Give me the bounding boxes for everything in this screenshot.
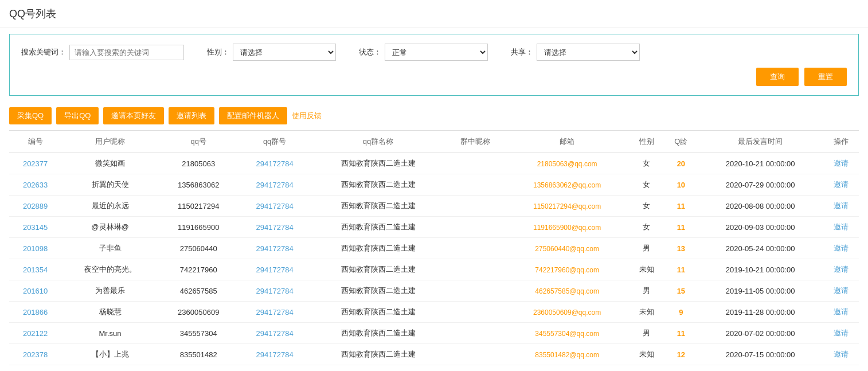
email-link[interactable]: 1356863062@qq.com xyxy=(533,181,601,189)
keyword-input[interactable] xyxy=(69,45,184,60)
id-link[interactable]: 202122 xyxy=(23,329,48,338)
cell-last-time: 2020-08-08 00:00:00 xyxy=(698,196,823,217)
cell-id: 201610 xyxy=(9,280,61,302)
action-invite-link[interactable]: 邀请 xyxy=(834,286,849,295)
cell-gender: 未知 xyxy=(628,259,664,280)
table-row: 201866 杨晓慧 2360050609 294172784 西知教育陕西二造… xyxy=(9,302,859,323)
cell-last-time: 2019-10-21 00:00:00 xyxy=(698,259,823,280)
invite-friends-button[interactable]: 邀请本页好友 xyxy=(103,107,164,124)
cell-action: 邀请 xyxy=(823,344,859,365)
table-row: 202122 Mr.sun 345557304 294172784 西知教育陕西… xyxy=(9,323,859,344)
cell-email: 275060440@qq.com xyxy=(506,238,629,259)
email-link[interactable]: 345557304@qq.com xyxy=(535,330,599,338)
cell-nickname: Mr.sun xyxy=(61,323,159,344)
table-row: 203145 @灵林琳@ 1191665900 294172784 西知教育陕西… xyxy=(9,217,859,238)
id-link[interactable]: 202377 xyxy=(23,159,48,168)
page-title: QQ号列表 xyxy=(0,0,868,28)
collect-qq-button[interactable]: 采集QQ xyxy=(9,107,52,124)
share-label: 共享： xyxy=(511,47,533,57)
share-select[interactable]: 请选择 是 否 xyxy=(537,44,640,61)
cell-qlevel: 13 xyxy=(664,238,698,259)
cell-qlevel: 20 xyxy=(664,153,698,174)
id-link[interactable]: 202633 xyxy=(23,181,48,189)
cell-gender: 未知 xyxy=(628,302,664,323)
cell-action: 邀请 xyxy=(823,153,859,174)
cell-action: 邀请 xyxy=(823,174,859,196)
table-row: 202378 【小】上兆 835501482 294172784 西知教育陕西二… xyxy=(9,344,859,365)
action-invite-link[interactable]: 邀请 xyxy=(834,350,849,358)
action-invite-link[interactable]: 邀请 xyxy=(834,329,849,337)
id-link[interactable]: 201354 xyxy=(23,265,48,274)
email-link[interactable]: 462657585@qq.com xyxy=(535,287,599,295)
email-link[interactable]: 1191665900@qq.com xyxy=(533,224,601,232)
cell-last-time: 2020-09-03 00:00:00 xyxy=(698,217,823,238)
action-invite-link[interactable]: 邀请 xyxy=(834,222,849,231)
col-header-action: 操作 xyxy=(823,131,859,153)
col-header-last-time: 最后发言时间 xyxy=(698,131,823,153)
cell-last-time: 2019-11-05 00:00:00 xyxy=(698,280,823,302)
cell-group-name: 西知教育陕西二造土建 xyxy=(311,302,445,323)
table-row: 202633 折翼的天使 1356863062 294172784 西知教育陕西… xyxy=(9,174,859,196)
cell-nickname: 为善最乐 xyxy=(61,280,159,302)
action-invite-link[interactable]: 邀请 xyxy=(834,265,849,274)
gender-label: 性别： xyxy=(207,47,229,57)
cell-group-id: 294172784 xyxy=(238,280,311,302)
email-link[interactable]: 1150217294@qq.com xyxy=(533,202,601,210)
cell-group-id: 294172784 xyxy=(238,238,311,259)
cell-group-nickname xyxy=(445,302,505,323)
action-invite-link[interactable]: 邀请 xyxy=(834,159,849,167)
toolbar: 采集QQ 导出QQ 邀请本页好友 邀请列表 配置邮件机器人 使用反馈 xyxy=(0,101,868,130)
gender-select[interactable]: 请选择 男 女 未知 xyxy=(233,44,336,61)
status-select[interactable]: 正常 异常 xyxy=(385,44,488,61)
email-link[interactable]: 21805063@qq.com xyxy=(537,160,597,168)
invite-list-button[interactable]: 邀请列表 xyxy=(169,107,214,124)
cell-nickname: @灵林琳@ xyxy=(61,217,159,238)
table-header-row: 编号 用户昵称 qq号 qq群号 qq群名称 群中昵称 邮箱 性别 Q龄 最后发… xyxy=(9,131,859,153)
id-link[interactable]: 201610 xyxy=(23,287,48,295)
action-invite-link[interactable]: 邀请 xyxy=(834,244,849,252)
cell-gender: 女 xyxy=(628,217,664,238)
cell-group-name: 西知教育陕西二造土建 xyxy=(311,153,445,174)
action-invite-link[interactable]: 邀请 xyxy=(834,307,849,316)
cell-gender: 男 xyxy=(628,280,664,302)
col-header-id: 编号 xyxy=(9,131,61,153)
cell-group-id: 294172784 xyxy=(238,153,311,174)
email-link[interactable]: 275060440@qq.com xyxy=(535,245,599,253)
search-share-group: 共享： 请选择 是 否 xyxy=(511,44,640,61)
search-gender-group: 性别： 请选择 男 女 未知 xyxy=(207,44,336,61)
id-link[interactable]: 202889 xyxy=(23,202,48,210)
col-header-email: 邮箱 xyxy=(506,131,629,153)
action-invite-link[interactable]: 邀请 xyxy=(834,201,849,210)
cell-email: 742217960@qq.com xyxy=(506,259,629,280)
action-invite-link[interactable]: 邀请 xyxy=(834,180,849,189)
col-header-group-id: qq群号 xyxy=(238,131,311,153)
cell-qq: 345557304 xyxy=(159,323,238,344)
cell-gender: 男 xyxy=(628,238,664,259)
email-link[interactable]: 742217960@qq.com xyxy=(535,266,599,274)
id-link[interactable]: 202378 xyxy=(23,350,48,359)
id-link[interactable]: 201866 xyxy=(23,308,48,317)
table-row: 201098 子非鱼 275060440 294172784 西知教育陕西二造土… xyxy=(9,238,859,259)
reset-button[interactable]: 重置 xyxy=(804,68,847,86)
col-header-qlevel: Q龄 xyxy=(664,131,698,153)
cell-action: 邀请 xyxy=(823,280,859,302)
cell-nickname: 最近的永远 xyxy=(61,196,159,217)
id-link[interactable]: 201098 xyxy=(23,244,48,253)
export-qq-button[interactable]: 导出QQ xyxy=(56,107,99,124)
email-link[interactable]: 835501482@qq.com xyxy=(535,351,599,359)
email-link[interactable]: 2360050609@qq.com xyxy=(533,308,601,317)
cell-group-nickname xyxy=(445,280,505,302)
feedback-link[interactable]: 使用反馈 xyxy=(292,111,322,121)
cell-group-nickname xyxy=(445,217,505,238)
table-container: 编号 用户昵称 qq号 qq群号 qq群名称 群中昵称 邮箱 性别 Q龄 最后发… xyxy=(0,130,868,365)
cell-group-nickname xyxy=(445,344,505,365)
qq-table: 编号 用户昵称 qq号 qq群号 qq群名称 群中昵称 邮箱 性别 Q龄 最后发… xyxy=(9,130,859,365)
cell-qlevel: 11 xyxy=(664,196,698,217)
cell-group-id: 294172784 xyxy=(238,217,311,238)
cell-group-name: 西知教育陕西二造土建 xyxy=(311,196,445,217)
query-button[interactable]: 查询 xyxy=(756,68,799,86)
cell-id: 201866 xyxy=(9,302,61,323)
config-email-bot-button[interactable]: 配置邮件机器人 xyxy=(219,107,287,124)
cell-group-id: 294172784 xyxy=(238,174,311,196)
id-link[interactable]: 203145 xyxy=(23,223,48,232)
